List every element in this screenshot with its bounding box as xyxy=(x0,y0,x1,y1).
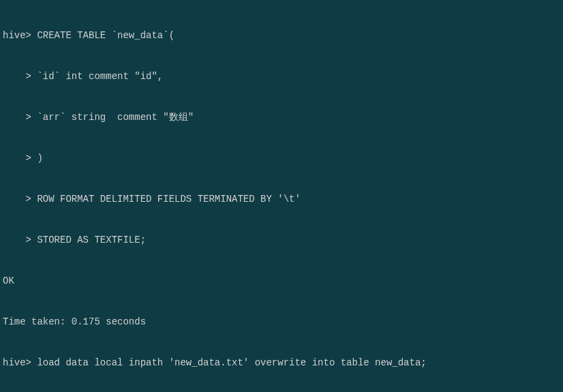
terminal-line: hive> load data local inpath 'new_data.t… xyxy=(3,356,560,370)
terminal-line: Time taken: 0.175 seconds xyxy=(3,315,560,329)
terminal-line: > ROW FORMAT DELIMITED FIELDS TERMINATED… xyxy=(3,192,560,206)
terminal-line: > ) xyxy=(3,151,560,165)
terminal-output[interactable]: hive> CREATE TABLE `new_data`( > `id` in… xyxy=(0,0,563,392)
terminal-line: > STORED AS TEXTFILE; xyxy=(3,233,560,247)
terminal-line: OK xyxy=(3,274,560,288)
terminal-line: > `arr` string comment "数组" xyxy=(3,110,560,124)
terminal-line: hive> CREATE TABLE `new_data`( xyxy=(3,29,560,42)
terminal-line: > `id` int comment "id", xyxy=(3,70,560,83)
